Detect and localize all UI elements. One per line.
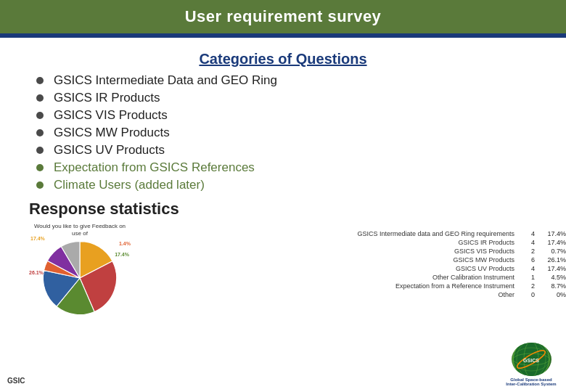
list-item-text: GSICS IR Products [54,91,160,105]
stats-label: GSICS MW Products [138,256,514,264]
list-item: GSICS Intermediate Data and GEO Ring [36,73,537,88]
pie-label-4: 1.4% [119,241,131,246]
response-title: Response statistics [29,200,566,219]
bullet-icon [36,129,44,136]
list-item: GSICS IR Products [36,91,537,105]
stats-pct: 8.7% [541,282,566,290]
slide: User requirement survey Categories of Qu… [0,0,566,392]
stats-pct: 0% [541,291,566,298]
logo-svg: GSICS [512,343,550,376]
pie-label: Would you like to give Feedback on use o… [29,223,131,237]
stats-num: 6 [520,256,535,264]
categories-title: Categories of Questions [29,51,537,68]
stats-num: 2 [520,248,535,255]
bullet-icon-green [36,164,44,171]
list-item: GSICS UV Products [36,143,537,158]
list-item-text: GSICS Intermediate Data and GEO Ring [54,73,277,88]
stats-num: 4 [520,239,535,246]
stats-num: 0 [520,291,535,298]
bullet-icon-green [36,181,44,189]
stats-pct: 17.4% [541,230,566,237]
logo-subtitle: Global Space-basedInter-Calibration Syst… [506,377,556,386]
stats-num: 4 [520,265,535,272]
gsics-logo: GSICS Global Space-basedInter-Calibratio… [502,343,560,386]
stats-pct: 0.7% [541,248,566,255]
stats-num: 4 [520,230,535,237]
stats-num: 2 [520,282,535,290]
list-item-text: GSICS UV Products [54,143,165,158]
header-bar: User requirement survey [0,0,566,33]
stats-row: Other 0 0% [138,291,566,298]
stats-row: Expectation from a Reference Instrument … [138,282,566,290]
pie-chart-svg [40,238,120,318]
response-content: Would you like to give Feedback on use o… [29,223,566,317]
list-item: GSICS VIS Products [36,108,537,123]
categories-list: GSICS Intermediate Data and GEO Ring GSI… [36,73,537,192]
stats-label: GSICS IR Products [138,239,514,246]
response-section: Response statistics Would you like to gi… [0,200,566,317]
list-item-text: GSICS MW Products [54,126,170,140]
stats-label: Other [138,291,514,298]
pie-chart-area: Would you like to give Feedback on use o… [29,223,131,317]
svg-text:GSICS: GSICS [523,358,539,363]
stats-label: GSICS UV Products [138,265,514,272]
stats-row: GSICS UV Products 4 17.4% [138,265,566,272]
list-item-special: Climate Users (added later) [36,178,537,192]
stats-label: GSICS VIS Products [138,248,514,255]
pie-label-2: 26.1% [29,270,44,275]
bullet-icon [36,77,44,84]
stats-row: Other Calibration Instrument 1 4.5% [138,274,566,281]
pie-label-1: 17.4% [30,236,45,241]
list-item-text: GSICS VIS Products [54,108,168,123]
stats-table: GSICS Intermediate data and GEO Ring req… [138,230,566,300]
stats-pct: 17.4% [541,239,566,246]
list-item: GSICS MW Products [36,126,537,140]
pie-label-3: 17.4% [115,252,129,257]
list-item-text: Expectation from GSICS References [54,160,255,175]
stats-pct: 26.1% [541,256,566,264]
stats-row: GSICS MW Products 6 26.1% [138,256,566,264]
stats-row: GSICS IR Products 4 17.4% [138,239,566,246]
list-item-text: Climate Users (added later) [54,178,205,192]
bullet-icon [36,94,44,102]
stats-row: GSICS VIS Products 2 0.7% [138,248,566,255]
stats-label: Other Calibration Instrument [138,274,514,281]
stats-label: GSICS Intermediate data and GEO Ring req… [138,230,514,237]
header-title: User requirement survey [185,7,382,25]
list-item-special: Expectation from GSICS References [36,160,537,175]
logo-circle: GSICS [512,343,551,376]
stats-pct: 4.5% [541,274,566,281]
gsic-label: GSIC [7,377,25,385]
stats-row: GSICS Intermediate data and GEO Ring req… [138,230,566,237]
main-content: Categories of Questions GSICS Intermedia… [0,38,566,192]
stats-pct: 17.4% [541,265,566,272]
bullet-icon [36,112,44,119]
bullet-icon [36,147,44,154]
stats-label: Expectation from a Reference Instrument [138,282,514,290]
stats-num: 1 [520,274,535,281]
